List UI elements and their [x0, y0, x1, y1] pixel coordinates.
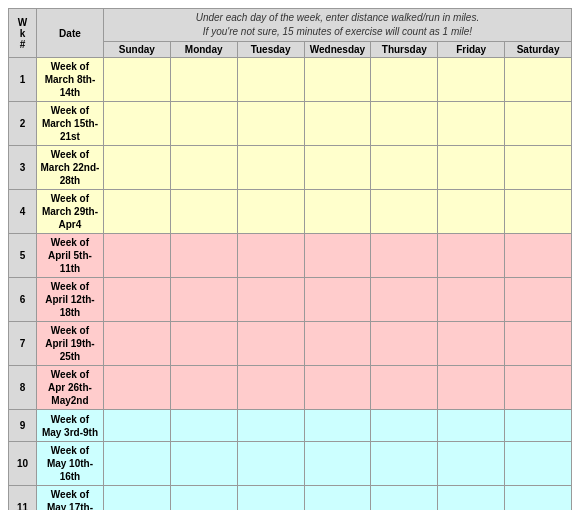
sunday-cell[interactable]: [103, 146, 170, 190]
date-cell: Week ofApril 12th-18th: [37, 278, 104, 322]
wednesday-cell[interactable]: [304, 234, 371, 278]
saturday-cell[interactable]: [505, 58, 572, 102]
monday-cell[interactable]: [170, 190, 237, 234]
tuesday-cell[interactable]: [237, 102, 304, 146]
sunday-cell[interactable]: [103, 58, 170, 102]
instruction-cell: Under each day of the week, enter distan…: [103, 9, 571, 42]
instruction-line1: Under each day of the week, enter distan…: [196, 12, 480, 23]
tuesday-cell[interactable]: [237, 190, 304, 234]
sunday-cell[interactable]: [103, 486, 170, 511]
saturday-cell[interactable]: [505, 442, 572, 486]
thursday-cell[interactable]: [371, 190, 438, 234]
tuesday-cell[interactable]: [237, 278, 304, 322]
thursday-cell[interactable]: [371, 366, 438, 410]
table-row: 6Week ofApril 12th-18th: [9, 278, 572, 322]
wk-number: 11: [9, 486, 37, 511]
table-row: 4Week ofMarch 29th-Apr4: [9, 190, 572, 234]
wednesday-cell[interactable]: [304, 58, 371, 102]
wednesday-cell[interactable]: [304, 190, 371, 234]
tuesday-cell[interactable]: [237, 366, 304, 410]
wk-number: 6: [9, 278, 37, 322]
monday-header: Monday: [170, 42, 237, 58]
monday-cell[interactable]: [170, 366, 237, 410]
saturday-cell[interactable]: [505, 322, 572, 366]
thursday-cell[interactable]: [371, 486, 438, 511]
thursday-cell[interactable]: [371, 146, 438, 190]
sunday-cell[interactable]: [103, 190, 170, 234]
friday-cell[interactable]: [438, 278, 505, 322]
thursday-cell[interactable]: [371, 102, 438, 146]
monday-cell[interactable]: [170, 278, 237, 322]
thursday-cell[interactable]: [371, 442, 438, 486]
thursday-cell[interactable]: [371, 322, 438, 366]
tuesday-cell[interactable]: [237, 58, 304, 102]
date-cell: Week ofApril 19th-25th: [37, 322, 104, 366]
wednesday-cell[interactable]: [304, 146, 371, 190]
table-row: 1Week ofMarch 8th-14th: [9, 58, 572, 102]
wk-number: 7: [9, 322, 37, 366]
sunday-cell[interactable]: [103, 102, 170, 146]
friday-cell[interactable]: [438, 442, 505, 486]
table-row: 7Week ofApril 19th-25th: [9, 322, 572, 366]
saturday-cell[interactable]: [505, 410, 572, 442]
friday-cell[interactable]: [438, 234, 505, 278]
table-row: 9Week ofMay 3rd-9th: [9, 410, 572, 442]
saturday-cell[interactable]: [505, 234, 572, 278]
saturday-cell[interactable]: [505, 146, 572, 190]
date-label: Date: [59, 28, 81, 39]
monday-cell[interactable]: [170, 410, 237, 442]
tuesday-cell[interactable]: [237, 322, 304, 366]
friday-cell[interactable]: [438, 366, 505, 410]
friday-cell[interactable]: [438, 146, 505, 190]
tuesday-cell[interactable]: [237, 146, 304, 190]
tuesday-cell[interactable]: [237, 442, 304, 486]
saturday-cell[interactable]: [505, 366, 572, 410]
wednesday-cell[interactable]: [304, 410, 371, 442]
friday-cell[interactable]: [438, 102, 505, 146]
date-cell: Week ofMay 17th-23rd: [37, 486, 104, 511]
monday-cell[interactable]: [170, 234, 237, 278]
wednesday-cell[interactable]: [304, 322, 371, 366]
friday-cell[interactable]: [438, 410, 505, 442]
saturday-cell[interactable]: [505, 486, 572, 511]
thursday-cell[interactable]: [371, 58, 438, 102]
wk-number: 2: [9, 102, 37, 146]
friday-cell[interactable]: [438, 190, 505, 234]
table-row: 10Week ofMay 10th-16th: [9, 442, 572, 486]
wednesday-cell[interactable]: [304, 278, 371, 322]
saturday-cell[interactable]: [505, 190, 572, 234]
sunday-cell[interactable]: [103, 322, 170, 366]
tuesday-cell[interactable]: [237, 486, 304, 511]
wk-number: 5: [9, 234, 37, 278]
monday-cell[interactable]: [170, 486, 237, 511]
table-row: 8Week ofApr 26th-May2nd: [9, 366, 572, 410]
instruction-line2: If you're not sure, 15 minutes of exerci…: [203, 26, 472, 37]
tuesday-cell[interactable]: [237, 410, 304, 442]
thursday-cell[interactable]: [371, 234, 438, 278]
saturday-cell[interactable]: [505, 102, 572, 146]
monday-cell[interactable]: [170, 58, 237, 102]
friday-cell[interactable]: [438, 486, 505, 511]
tracker-container: W k # Date Under each day of the week, e…: [0, 0, 580, 510]
monday-cell[interactable]: [170, 102, 237, 146]
wednesday-cell[interactable]: [304, 102, 371, 146]
sunday-cell[interactable]: [103, 442, 170, 486]
friday-cell[interactable]: [438, 58, 505, 102]
sunday-cell[interactable]: [103, 366, 170, 410]
wednesday-cell[interactable]: [304, 486, 371, 511]
thursday-cell[interactable]: [371, 410, 438, 442]
sunday-cell[interactable]: [103, 410, 170, 442]
saturday-cell[interactable]: [505, 278, 572, 322]
tuesday-cell[interactable]: [237, 234, 304, 278]
sunday-cell[interactable]: [103, 278, 170, 322]
monday-cell[interactable]: [170, 146, 237, 190]
sunday-cell[interactable]: [103, 234, 170, 278]
wednesday-cell[interactable]: [304, 442, 371, 486]
wk-number: 4: [9, 190, 37, 234]
wednesday-cell[interactable]: [304, 366, 371, 410]
monday-cell[interactable]: [170, 322, 237, 366]
monday-cell[interactable]: [170, 442, 237, 486]
friday-cell[interactable]: [438, 322, 505, 366]
thursday-cell[interactable]: [371, 278, 438, 322]
date-cell: Week ofMay 3rd-9th: [37, 410, 104, 442]
